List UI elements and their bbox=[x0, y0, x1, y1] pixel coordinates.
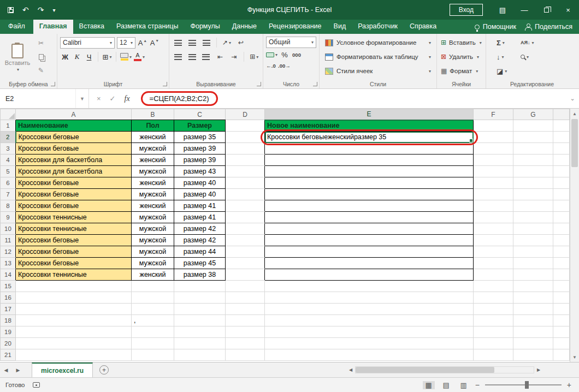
tab-8[interactable]: Справка bbox=[404, 20, 442, 34]
cell-C15[interactable] bbox=[174, 281, 226, 292]
wrap-text-button[interactable]: ↩ bbox=[235, 37, 247, 48]
scroll-right-icon[interactable]: ▶ bbox=[534, 367, 543, 372]
cell-G15[interactable] bbox=[513, 281, 553, 292]
row-header-14[interactable]: 14 bbox=[1, 269, 16, 281]
cell-F10[interactable] bbox=[474, 223, 513, 235]
sheet-nav-right-icon[interactable]: ▶ bbox=[12, 363, 24, 377]
cell-D8[interactable] bbox=[226, 200, 265, 212]
cell-B17[interactable] bbox=[132, 304, 174, 315]
cell-A1[interactable]: Наименование bbox=[16, 120, 132, 132]
cell-A17[interactable] bbox=[16, 304, 132, 315]
cell-F7[interactable] bbox=[474, 189, 513, 200]
autosum-button[interactable]: Σ▾ bbox=[497, 39, 521, 47]
tab-4[interactable]: Данные bbox=[226, 20, 263, 34]
cell-B4[interactable]: женский bbox=[132, 155, 174, 166]
cell-F15[interactable] bbox=[474, 281, 513, 292]
col-header-E[interactable]: E bbox=[265, 109, 474, 120]
cell-G6[interactable] bbox=[513, 177, 553, 189]
scroll-left-icon[interactable]: ◀ bbox=[346, 367, 355, 372]
find-select-button[interactable]: ▾ bbox=[521, 55, 545, 60]
insert-cells-button[interactable]: ⊞Вставить▾ bbox=[440, 35, 483, 50]
align-center-button[interactable] bbox=[186, 51, 198, 62]
cell-E16[interactable] bbox=[265, 292, 474, 304]
cell-F16[interactable] bbox=[474, 292, 513, 304]
row-header-19[interactable]: 19 bbox=[1, 326, 16, 338]
cell-D4[interactable] bbox=[226, 155, 265, 166]
horizontal-scrollbar-track[interactable] bbox=[355, 366, 534, 373]
cell-H2[interactable] bbox=[553, 132, 570, 143]
row-header-17[interactable]: 17 bbox=[1, 304, 16, 315]
decrease-decimal-button[interactable]: .00→ bbox=[278, 60, 291, 71]
cell-F13[interactable] bbox=[474, 258, 513, 269]
cell-A3[interactable]: Кроссовки беговые bbox=[16, 143, 132, 155]
col-header-C[interactable]: C bbox=[174, 109, 226, 120]
horizontal-scrollbar[interactable]: ◀ ▶ bbox=[346, 365, 543, 375]
zoom-out-button[interactable]: − bbox=[475, 381, 480, 389]
col-header-G[interactable]: G bbox=[513, 109, 553, 120]
cell-G4[interactable] bbox=[513, 155, 553, 166]
format-as-table-button[interactable]: Форматировать как таблицу▾ bbox=[322, 50, 434, 64]
fill-color-button[interactable]: ▾ bbox=[120, 51, 132, 62]
cell-E11[interactable] bbox=[265, 235, 474, 246]
cell-H13[interactable] bbox=[553, 258, 570, 269]
sort-filter-button[interactable]: АЯ↓▾ bbox=[521, 40, 545, 45]
cell-A16[interactable] bbox=[16, 292, 132, 304]
align-top-button[interactable] bbox=[172, 37, 184, 48]
cell-D3[interactable] bbox=[226, 143, 265, 155]
cell-H8[interactable] bbox=[553, 200, 570, 212]
cell-E3[interactable] bbox=[265, 143, 474, 155]
cell-B16[interactable] bbox=[132, 292, 174, 304]
cell-G18[interactable] bbox=[513, 315, 553, 326]
row-header-8[interactable]: 8 bbox=[1, 200, 16, 212]
cell-E12[interactable] bbox=[265, 246, 474, 258]
bold-button[interactable]: Ж bbox=[60, 51, 70, 62]
cell-H12[interactable] bbox=[553, 246, 570, 258]
tab-7[interactable]: Разработчик bbox=[352, 20, 404, 34]
increase-decimal-button[interactable]: ←.0 bbox=[266, 60, 276, 71]
cell-G14[interactable] bbox=[513, 269, 553, 281]
cell-E4[interactable] bbox=[265, 155, 474, 166]
row-header-15[interactable]: 15 bbox=[1, 281, 16, 292]
cell-B10[interactable]: мужской bbox=[132, 223, 174, 235]
cell-C4[interactable]: размер 39 bbox=[174, 155, 226, 166]
vertical-scrollbar-thumb[interactable] bbox=[571, 119, 578, 167]
tab-3[interactable]: Формулы bbox=[184, 20, 226, 34]
page-break-view-button[interactable]: ▥ bbox=[458, 381, 470, 389]
cell-G5[interactable] bbox=[513, 166, 553, 177]
cell-B20[interactable] bbox=[132, 338, 174, 349]
cell-B14[interactable]: женский bbox=[132, 269, 174, 281]
row-header-2[interactable]: 2 bbox=[1, 132, 16, 143]
cell-A8[interactable]: Кроссовки беговые bbox=[16, 200, 132, 212]
normal-view-button[interactable]: ▦ bbox=[423, 381, 435, 389]
restore-button[interactable] bbox=[535, 0, 557, 20]
comma-style-button[interactable]: 000 bbox=[292, 49, 302, 60]
format-cells-button[interactable]: ▦Формат▾ bbox=[440, 64, 483, 78]
cell-A6[interactable]: Кроссовки беговые bbox=[16, 177, 132, 189]
cell-G3[interactable] bbox=[513, 143, 553, 155]
tab-0[interactable]: Главная bbox=[33, 20, 73, 34]
cell-E10[interactable] bbox=[265, 223, 474, 235]
col-header-D[interactable]: D bbox=[226, 109, 265, 120]
zoom-slider[interactable] bbox=[485, 384, 562, 385]
cell-H1[interactable] bbox=[553, 120, 570, 132]
cell-G16[interactable] bbox=[513, 292, 553, 304]
format-painter-button[interactable]: ✎ bbox=[34, 65, 48, 76]
cell-B12[interactable]: мужской bbox=[132, 246, 174, 258]
cell-F11[interactable] bbox=[474, 235, 513, 246]
cell-H4[interactable] bbox=[553, 155, 570, 166]
cell-E7[interactable] bbox=[265, 189, 474, 200]
cell-H18[interactable] bbox=[553, 315, 570, 326]
enter-icon[interactable]: ✓ bbox=[110, 94, 116, 103]
cell-A10[interactable]: Кроссовки теннисные bbox=[16, 223, 132, 235]
close-button[interactable]: × bbox=[557, 0, 579, 20]
cell-C5[interactable]: размер 43 bbox=[174, 166, 226, 177]
cell-E17[interactable] bbox=[265, 304, 474, 315]
cell-G12[interactable] bbox=[513, 246, 553, 258]
row-header-10[interactable]: 10 bbox=[1, 223, 16, 235]
row-header-20[interactable]: 20 bbox=[1, 338, 16, 349]
row-header-21[interactable]: 21 bbox=[1, 349, 16, 361]
cell-C3[interactable]: размер 39 bbox=[174, 143, 226, 155]
cell-F2[interactable] bbox=[474, 132, 513, 143]
undo-icon[interactable]: ↶ bbox=[22, 5, 29, 14]
cell-B11[interactable]: мужской bbox=[132, 235, 174, 246]
